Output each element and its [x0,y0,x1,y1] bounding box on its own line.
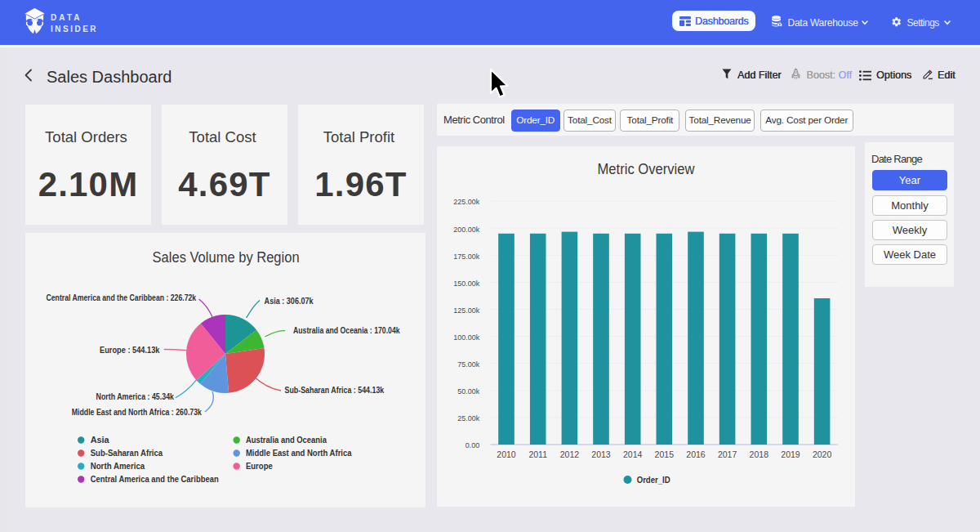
svg-text:Asia: Asia [91,435,109,445]
svg-text:2011: 2011 [528,449,547,459]
svg-text:2014: 2014 [623,449,643,459]
svg-text:100.00k: 100.00k [453,333,480,342]
svg-text:225.00k: 225.00k [453,198,480,206]
svg-text:Central America and the Caribb: Central America and the Caribbean : 226.… [47,293,197,302]
svg-text:Europe: Europe [246,461,273,471]
svg-text:Sales Volume by Region: Sales Volume by Region [153,249,300,266]
svg-text:2012: 2012 [560,449,580,459]
svg-text:North America: North America [91,461,145,471]
svg-text:2018: 2018 [750,449,769,459]
svg-text:2010: 2010 [497,449,516,459]
svg-text:2017: 2017 [718,449,737,459]
svg-text:2016: 2016 [686,449,706,459]
svg-text:Sub-Saharan Africa : 544.13k: Sub-Saharan Africa : 544.13k [285,385,385,395]
svg-text:Order_ID: Order_ID [637,475,670,485]
svg-text:Europe : 544.13k: Europe : 544.13k [100,345,160,355]
svg-text:Asia : 306.07k: Asia : 306.07k [265,296,314,306]
svg-text:2020: 2020 [813,449,832,459]
svg-text:150.00k: 150.00k [453,279,480,288]
svg-text:Sub-Saharan Africa: Sub-Saharan Africa [91,448,163,458]
svg-text:125.00k: 125.00k [453,306,480,315]
svg-text:Australia and Oceania : 170.04: Australia and Oceania : 170.04k [293,325,400,335]
svg-text:Australia and Oceania: Australia and Oceania [246,435,327,445]
svg-text:200.00k: 200.00k [453,226,480,234]
svg-text:Middle East and North Africa: Middle East and North Africa [246,448,352,458]
svg-text:North America : 45.34k: North America : 45.34k [96,391,175,401]
svg-text:2019: 2019 [781,449,800,459]
svg-text:Middle East and North Africa :: Middle East and North Africa : 260.73k [72,407,202,417]
svg-text:75.00k: 75.00k [457,360,480,369]
svg-text:2015: 2015 [655,449,675,459]
svg-text:Central America and the Caribb: Central America and the Caribbean [91,474,219,484]
svg-text:50.00k: 50.00k [457,387,480,396]
svg-text:175.00k: 175.00k [453,253,480,261]
svg-text:0.00: 0.00 [466,441,480,449]
svg-text:25.00k: 25.00k [457,414,480,422]
svg-text:2013: 2013 [591,449,611,459]
svg-text:Metric Overview: Metric Overview [598,161,695,177]
